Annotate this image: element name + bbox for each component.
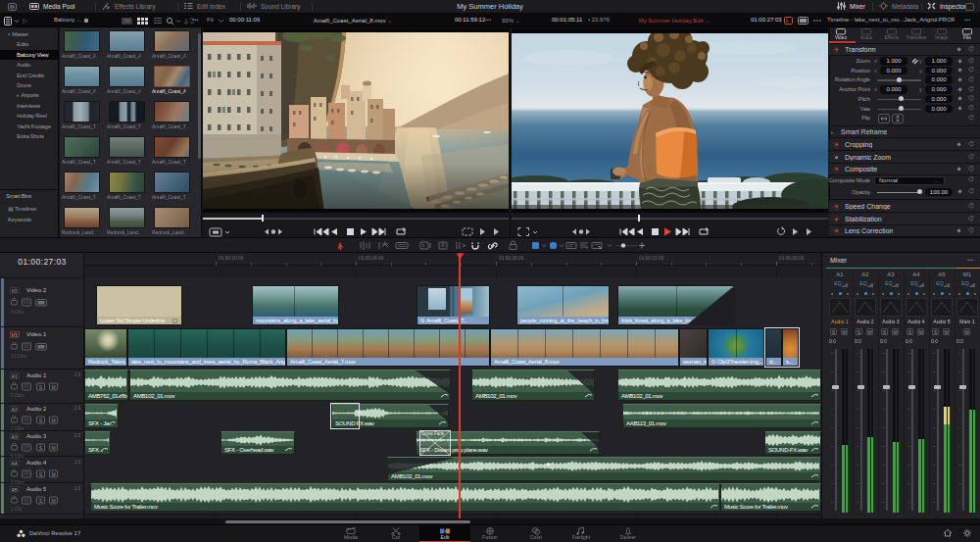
svg-text:M: M (51, 384, 55, 390)
svg-text:M: M (51, 445, 55, 451)
svg-text:S: S (39, 384, 43, 390)
svg-text:S: S (39, 418, 43, 423)
svg-text:M: M (51, 471, 55, 477)
svg-text:S: S (39, 498, 43, 504)
svg-text:M: M (51, 418, 55, 423)
svg-text:M: M (51, 498, 55, 504)
svg-text:S: S (39, 471, 43, 477)
svg-text:S: S (39, 445, 43, 451)
